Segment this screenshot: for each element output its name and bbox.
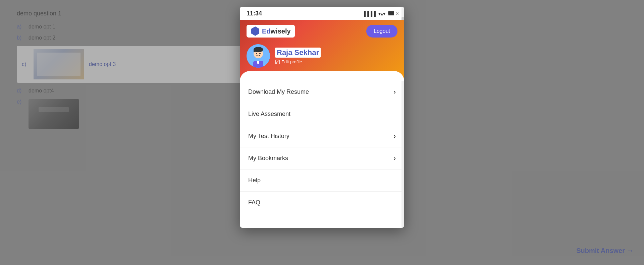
logo-wisely: wisely <box>271 27 291 35</box>
header-wave <box>240 71 404 81</box>
menu-item-faq-label: FAQ <box>248 199 260 206</box>
header-top: Edwisely Logout <box>247 25 397 38</box>
mobile-modal: 11:34 ▐▐▐▐ ▾▴▾ × Edwisely Logout <box>240 7 404 228</box>
signal-icon: ▐▐▐▐ <box>362 11 376 16</box>
user-info: Raja Sekhar Edit profile <box>275 48 321 64</box>
chevron-right-icon-2: › <box>394 133 396 140</box>
logo-hex-icon <box>251 26 260 36</box>
menu-item-faq[interactable]: FAQ <box>240 192 404 213</box>
edit-profile-label: Edit profile <box>281 59 302 64</box>
menu-item-help-label: Help <box>248 177 261 184</box>
logo-ed: Ed <box>262 27 271 35</box>
avatar <box>247 44 270 68</box>
user-name: Raja Sekhar <box>275 48 321 58</box>
status-icons: ▐▐▐▐ ▾▴▾ <box>362 11 397 16</box>
menu-item-live-assessment-label: Live Assesment <box>248 111 290 118</box>
menu-item-live-assessment[interactable]: Live Assesment <box>240 103 404 125</box>
status-bar: 11:34 ▐▐▐▐ ▾▴▾ <box>240 7 404 20</box>
menu-item-bookmarks[interactable]: My Bookmarks › <box>240 147 404 170</box>
user-profile: Raja Sekhar Edit profile <box>247 44 397 68</box>
svg-point-10 <box>259 53 261 54</box>
logo-text: Edwisely <box>262 27 291 35</box>
menu-item-test-history-label: My Test History <box>248 133 289 140</box>
menu-item-download-resume[interactable]: Download My Resume › <box>240 81 404 103</box>
svg-rect-12 <box>257 61 259 64</box>
app-header: Edwisely Logout <box>240 20 404 81</box>
svg-point-9 <box>256 53 257 54</box>
svg-line-14 <box>276 61 279 63</box>
status-time: 11:34 <box>247 10 262 17</box>
menu-item-download-resume-label: Download My Resume <box>248 88 309 95</box>
chevron-right-icon-3: › <box>394 155 396 162</box>
logout-button[interactable]: Logout <box>366 25 397 38</box>
modal-close-button[interactable]: × <box>394 10 401 17</box>
menu-item-bookmarks-label: My Bookmarks <box>248 155 288 162</box>
edit-profile[interactable]: Edit profile <box>275 59 321 64</box>
svg-rect-8 <box>257 47 260 48</box>
menu-item-test-history[interactable]: My Test History › <box>240 125 404 147</box>
menu-list: Download My Resume › Live Assesment My T… <box>240 81 404 213</box>
chevron-right-icon: › <box>394 88 396 95</box>
wifi-icon: ▾▴▾ <box>378 11 385 16</box>
logo-container: Edwisely <box>247 25 295 38</box>
menu-item-help[interactable]: Help <box>240 170 404 192</box>
svg-rect-6 <box>254 49 255 52</box>
